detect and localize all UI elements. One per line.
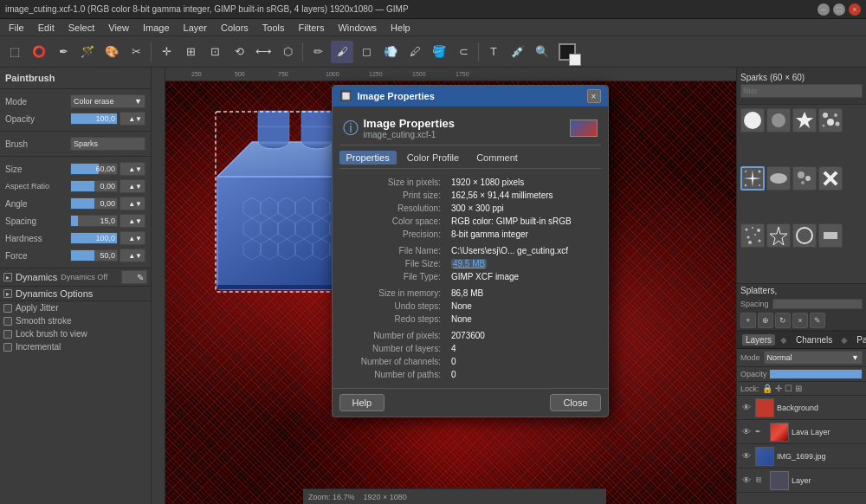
tool-paintbrush[interactable]: 🖌 <box>331 41 353 63</box>
tool-bucket-fill[interactable]: 🪣 <box>428 41 450 63</box>
menu-filters[interactable]: Filters <box>294 22 330 34</box>
foreground-color[interactable] <box>559 43 576 61</box>
dynamics-options-toggle[interactable]: ▸ <box>3 289 12 298</box>
layer-item-background[interactable]: 👁 Background <box>737 396 866 420</box>
window-close-button[interactable]: × <box>849 3 861 16</box>
force-num[interactable]: ▲▼ <box>120 249 145 262</box>
layer-item-img[interactable]: 👁 IMG_1699.jpg <box>737 444 866 468</box>
tool-perspective[interactable]: ⬡ <box>276 41 299 63</box>
tool-text[interactable]: T <box>482 41 505 63</box>
filter-input[interactable] <box>740 84 863 98</box>
tool-scissors[interactable]: ✂ <box>125 41 147 63</box>
brush-swatch-1[interactable] <box>740 108 765 132</box>
help-button[interactable]: Help <box>339 394 385 411</box>
maximize-button[interactable]: □ <box>833 3 845 16</box>
tool-pencil[interactable]: ✏ <box>307 41 329 63</box>
spacing-num[interactable]: ▲▼ <box>120 214 145 228</box>
tool-move[interactable]: ✛ <box>155 41 178 63</box>
smooth-stroke-row[interactable]: Smooth stroke <box>0 314 151 327</box>
layers-tab-channels[interactable]: Channels <box>792 334 836 346</box>
aspect-num[interactable]: ▲▼ <box>120 179 145 193</box>
canvas-area[interactable]: 250 500 750 1000 1250 1500 1750 <box>152 68 736 504</box>
brush-swatch-4[interactable] <box>818 108 843 132</box>
incremental-row[interactable]: Incremental <box>0 340 151 353</box>
menu-help[interactable]: Help <box>385 22 416 34</box>
eye-icon-lava[interactable]: 👁 <box>740 426 753 438</box>
angle-num[interactable]: ▲▼ <box>120 197 145 210</box>
size-num[interactable]: ▲▼ <box>120 162 145 176</box>
menu-colors[interactable]: Colors <box>216 22 254 34</box>
lock-pixels-icon[interactable]: 🔒 <box>762 384 772 393</box>
minimize-button[interactable]: – <box>818 3 830 16</box>
dynamics-toggle[interactable]: ▸ <box>3 273 12 281</box>
tool-color-picker[interactable]: 💉 <box>507 41 529 63</box>
brush-swatch-7[interactable] <box>792 166 817 191</box>
menu-edit[interactable]: Edit <box>33 22 60 34</box>
menu-image[interactable]: Image <box>138 22 175 34</box>
angle-slider[interactable]: 0,00 <box>70 197 118 210</box>
layer-item-lava[interactable]: 👁 ✒ Lava Layer <box>737 420 866 444</box>
tool-rect-select[interactable]: ⬚ <box>3 41 26 63</box>
opacity-num[interactable]: ▲▼ <box>120 112 145 126</box>
dynamics-options-header[interactable]: ▸ Dynamics Options <box>0 287 151 301</box>
menu-windows[interactable]: Windows <box>333 22 382 34</box>
brush-tool-refresh[interactable]: ↻ <box>775 313 791 328</box>
lock-position-icon[interactable]: ✛ <box>775 384 782 393</box>
eye-icon-background[interactable]: 👁 <box>740 402 753 414</box>
eye-icon-layer[interactable]: 👁 <box>740 475 753 487</box>
lock-brush-checkbox[interactable] <box>3 330 12 339</box>
apply-jitter-checkbox[interactable] <box>3 304 12 313</box>
brush-swatch-3[interactable] <box>792 108 817 132</box>
aspect-slider[interactable]: 0,00 <box>70 180 118 192</box>
tool-align[interactable]: ⊞ <box>179 41 202 63</box>
layers-tab-layers[interactable]: Layers <box>742 334 775 346</box>
menu-select[interactable]: Select <box>63 22 100 34</box>
brush-tool-delete[interactable]: × <box>792 313 808 328</box>
dialog-titlebar[interactable]: 🔲 Image Properties × <box>333 86 608 107</box>
spacing-slider-right[interactable] <box>772 299 863 309</box>
brush-swatch-11[interactable] <box>792 223 817 248</box>
lock-alpha-icon[interactable]: ☐ <box>785 384 792 393</box>
tool-ink[interactable]: 🖊 <box>404 41 426 63</box>
tool-flip[interactable]: ⟷ <box>252 41 275 63</box>
tool-zoom[interactable]: 🔍 <box>531 41 553 63</box>
tool-crop[interactable]: ⊡ <box>204 41 226 63</box>
opacity-slider[interactable]: 100,0 <box>70 113 118 125</box>
dynamics-section-header[interactable]: ▸ Dynamics Dynamics Off ✎ <box>0 268 151 287</box>
brush-swatch-8[interactable] <box>818 166 843 191</box>
hardness-slider[interactable]: 100,0 <box>70 232 118 244</box>
tab-properties[interactable]: Properties <box>339 151 397 165</box>
hardness-num[interactable]: ▲▼ <box>120 231 145 245</box>
tool-transform[interactable]: ⟲ <box>228 41 250 63</box>
menu-file[interactable]: File <box>3 22 29 34</box>
background-color[interactable] <box>569 54 581 66</box>
brush-swatch-10[interactable] <box>766 223 791 248</box>
brush-tool-new[interactable]: + <box>740 313 756 328</box>
tool-eraser[interactable]: ◻ <box>355 41 378 63</box>
brush-swatch-6[interactable] <box>766 166 791 191</box>
size-slider[interactable]: 60,00 <box>70 163 118 175</box>
tool-blend[interactable]: ⊂ <box>452 41 475 63</box>
tab-color-profile[interactable]: Color Profile <box>400 151 467 165</box>
close-button[interactable]: Close <box>550 394 600 411</box>
brush-tool-edit[interactable]: ✎ <box>810 313 825 328</box>
brush-swatch-12[interactable] <box>818 223 843 248</box>
brush-swatch-5[interactable] <box>740 166 765 191</box>
tool-airbrush[interactable]: 💨 <box>379 41 402 63</box>
menu-view[interactable]: View <box>103 22 134 34</box>
brush-selector[interactable]: Sparks <box>70 137 145 151</box>
smooth-stroke-checkbox[interactable] <box>3 317 12 326</box>
menu-layer[interactable]: Layer <box>178 22 213 34</box>
layers-opacity-slider[interactable] <box>769 369 863 379</box>
tab-comment[interactable]: Comment <box>469 151 525 165</box>
brush-tool-dup[interactable]: ⊕ <box>758 313 773 328</box>
force-slider[interactable]: 50,0 <box>70 249 118 262</box>
tool-fuzzy-select[interactable]: 🪄 <box>76 41 99 63</box>
tool-select-by-color[interactable]: 🎨 <box>100 41 123 63</box>
tool-ellipse-select[interactable]: ⭕ <box>28 41 50 63</box>
menu-tools[interactable]: Tools <box>257 22 290 34</box>
lock-brush-row[interactable]: Lock brush to view <box>0 327 151 340</box>
layers-tab-paths[interactable]: Paths <box>853 334 866 346</box>
dialog-close-x-button[interactable]: × <box>587 89 601 103</box>
layer-item-layer[interactable]: 👁 ⛓ Layer <box>737 468 866 493</box>
